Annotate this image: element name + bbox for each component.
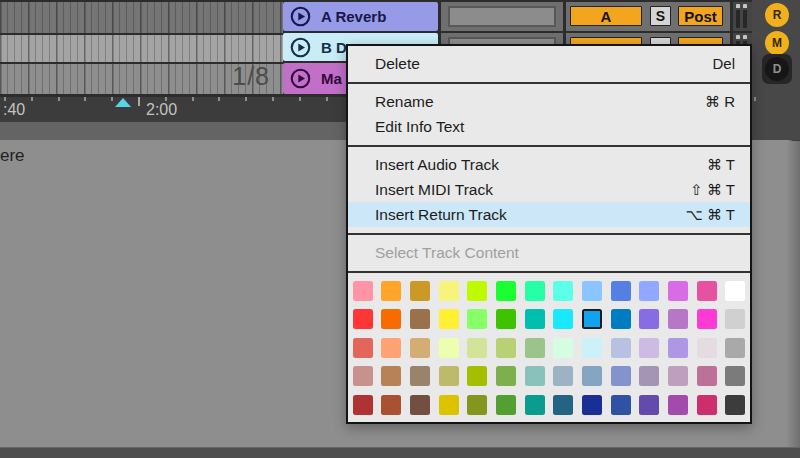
ruler-major-tick — [138, 97, 140, 106]
color-swatch[interactable] — [353, 281, 373, 301]
color-swatch[interactable] — [697, 395, 717, 415]
color-swatch[interactable] — [582, 309, 602, 329]
color-swatch[interactable] — [467, 281, 487, 301]
color-swatch[interactable] — [553, 309, 573, 329]
insert-marker-icon[interactable] — [115, 98, 131, 107]
color-swatch[interactable] — [525, 309, 545, 329]
color-swatch[interactable] — [553, 395, 573, 415]
color-swatch[interactable] — [496, 309, 516, 329]
color-swatch[interactable] — [381, 338, 401, 358]
color-swatch[interactable] — [639, 309, 659, 329]
drop-hint-text-cutoff: ere — [0, 146, 25, 166]
color-swatch[interactable] — [439, 338, 459, 358]
side-badge-d[interactable]: D — [765, 57, 789, 81]
menu-item-insert-return-track[interactable]: Insert Return Track⌥ ⌘ T — [348, 202, 750, 227]
color-swatch[interactable] — [525, 338, 545, 358]
color-swatch[interactable] — [410, 338, 430, 358]
color-swatch[interactable] — [410, 309, 430, 329]
color-swatch[interactable] — [410, 281, 430, 301]
color-swatch[interactable] — [381, 395, 401, 415]
color-swatch[interactable] — [611, 309, 631, 329]
menu-item-insert-audio-track[interactable]: Insert Audio Track⌘ T — [348, 152, 750, 177]
color-swatch[interactable] — [725, 309, 745, 329]
side-badge-r[interactable]: R — [765, 3, 789, 27]
color-swatch[interactable] — [381, 366, 401, 386]
color-swatch[interactable] — [668, 366, 688, 386]
menu-item-edit-info-text[interactable]: Edit Info Text — [348, 114, 750, 139]
color-swatch[interactable] — [353, 338, 373, 358]
color-swatch[interactable] — [553, 338, 573, 358]
color-swatch[interactable] — [439, 309, 459, 329]
color-swatch[interactable] — [697, 366, 717, 386]
color-swatch[interactable] — [611, 395, 631, 415]
color-swatch[interactable] — [611, 338, 631, 358]
color-swatch[interactable] — [639, 338, 659, 358]
color-swatch[interactable] — [353, 395, 373, 415]
color-swatch[interactable] — [611, 281, 631, 301]
menu-item-label: Insert Return Track — [375, 206, 507, 224]
color-swatch[interactable] — [496, 338, 516, 358]
side-badge-m[interactable]: M — [765, 31, 789, 55]
color-swatch[interactable] — [639, 395, 659, 415]
color-swatch[interactable] — [553, 281, 573, 301]
color-swatch[interactable] — [381, 281, 401, 301]
color-swatch[interactable] — [467, 309, 487, 329]
menu-item-delete[interactable]: DeleteDel — [348, 51, 750, 76]
color-swatch[interactable] — [582, 395, 602, 415]
color-swatch[interactable] — [582, 281, 602, 301]
color-swatch[interactable] — [496, 395, 516, 415]
menu-item-insert-midi-track[interactable]: Insert MIDI Track⇧ ⌘ T — [348, 177, 750, 202]
color-swatch[interactable] — [668, 281, 688, 301]
color-swatch[interactable] — [525, 281, 545, 301]
color-swatch[interactable] — [439, 281, 459, 301]
color-swatch[interactable] — [525, 395, 545, 415]
color-swatch[interactable] — [410, 395, 430, 415]
color-swatch[interactable] — [725, 366, 745, 386]
color-swatch[interactable] — [611, 366, 631, 386]
color-swatch[interactable] — [697, 338, 717, 358]
color-swatch[interactable] — [725, 338, 745, 358]
menu-item-label: Select Track Content — [375, 244, 519, 262]
color-swatch[interactable] — [467, 366, 487, 386]
track-play-icon[interactable] — [290, 6, 311, 27]
track-name-chip[interactable]: A Reverb — [283, 2, 438, 31]
input-routing-button[interactable]: A — [570, 6, 642, 26]
right-edge-strip: RMD — [752, 0, 800, 141]
color-swatch[interactable] — [467, 338, 487, 358]
menu-item-rename[interactable]: Rename⌘ R — [348, 89, 750, 114]
menu-item-select-track-content: Select Track Content — [348, 240, 750, 265]
color-swatch[interactable] — [410, 366, 430, 386]
color-swatch[interactable] — [725, 281, 745, 301]
color-swatch[interactable] — [439, 366, 459, 386]
color-swatch[interactable] — [639, 281, 659, 301]
monitor-post-button[interactable]: Post — [678, 6, 723, 26]
color-swatch[interactable] — [553, 366, 573, 386]
color-swatch[interactable] — [439, 395, 459, 415]
color-swatch[interactable] — [381, 309, 401, 329]
color-swatch[interactable] — [496, 281, 516, 301]
color-swatch[interactable] — [582, 366, 602, 386]
color-swatch[interactable] — [525, 366, 545, 386]
color-swatch[interactable] — [639, 366, 659, 386]
color-swatch[interactable] — [582, 338, 602, 358]
color-swatch[interactable] — [668, 395, 688, 415]
track-play-icon[interactable] — [290, 37, 311, 58]
color-swatch[interactable] — [496, 366, 516, 386]
menu-item-label: Rename — [375, 93, 434, 111]
solo-button[interactable]: S — [650, 6, 671, 26]
color-swatch[interactable] — [353, 309, 373, 329]
grid-size-label: 1/8 — [232, 62, 270, 91]
color-swatch[interactable] — [668, 338, 688, 358]
menu-item-shortcut: Del — [712, 55, 735, 72]
color-swatch[interactable] — [725, 395, 745, 415]
color-swatch[interactable] — [697, 309, 717, 329]
color-swatch[interactable] — [697, 281, 717, 301]
color-swatch[interactable] — [353, 366, 373, 386]
color-swatch[interactable] — [467, 395, 487, 415]
track-controls: A S Post — [566, 2, 730, 31]
track-lane[interactable] — [0, 2, 283, 33]
track-lane[interactable] — [0, 35, 283, 62]
color-swatch[interactable] — [668, 309, 688, 329]
arrangement-lanes: 1/8 — [0, 0, 283, 97]
track-play-icon[interactable] — [290, 68, 311, 89]
